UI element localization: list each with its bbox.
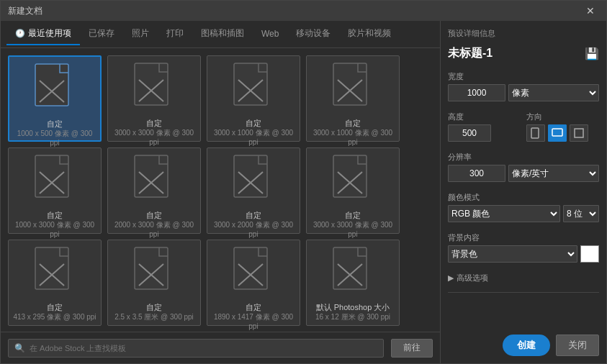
- svg-rect-24: [35, 247, 68, 289]
- svg-rect-21: [333, 155, 367, 197]
- bg-content-select[interactable]: 背景色: [448, 245, 577, 263]
- doc-icon: [231, 62, 276, 114]
- tab-photo[interactable]: 照片: [123, 23, 158, 45]
- title-bar: 新建文档 ✕: [1, 1, 606, 21]
- doc-sublabel: 1890 x 1417 像素 @ 300 ppi: [210, 312, 297, 331]
- svg-rect-15: [135, 155, 168, 197]
- tab-film[interactable]: 胶片和视频: [339, 23, 400, 45]
- resolution-field-row: 分辨率 像素/英寸: [448, 152, 599, 182]
- document-item[interactable]: 默认 Photoshop 大小16 x 12 厘米 @ 300 ppi: [306, 240, 400, 326]
- doc-label: 自定: [47, 119, 63, 129]
- doc-sublabel: 413 x 295 像素 @ 300 ppi: [13, 312, 96, 322]
- window-title: 新建文档: [8, 5, 42, 17]
- doc-label: 自定: [246, 118, 261, 128]
- doc-label: 默认 Photoshop 大小: [316, 302, 390, 312]
- chevron-right-icon: ▶: [448, 273, 454, 283]
- close-button[interactable]: 关闭: [556, 335, 599, 356]
- doc-label: 自定: [47, 210, 63, 220]
- doc-label: 自定: [47, 302, 63, 312]
- tabs-bar: 🕐最近使用项 已保存 照片 打印 图稿和插图 Web 移动设备 胶片和视频: [1, 21, 440, 48]
- svg-rect-36: [531, 128, 539, 138]
- tab-mobile[interactable]: 移动设备: [287, 23, 339, 45]
- bg-color-swatch[interactable]: [580, 245, 599, 263]
- direction-field-row: 方向: [526, 112, 599, 142]
- doc-sublabel: 3000 x 1000 像素 @ 300 ppi: [210, 128, 297, 147]
- svg-rect-18: [234, 155, 267, 197]
- doc-icon: [32, 246, 77, 298]
- prev-button[interactable]: 前往: [391, 339, 433, 358]
- doc-icon: [231, 246, 276, 298]
- svg-rect-27: [135, 247, 168, 289]
- tab-artboard[interactable]: 图稿和插图: [192, 23, 253, 45]
- doc-icon: [32, 63, 77, 114]
- document-item[interactable]: 自定3000 x 2000 像素 @ 300 ppi: [207, 147, 300, 234]
- doc-sublabel: 3000 x 2000 像素 @ 300 ppi: [210, 220, 297, 239]
- svg-rect-0: [35, 64, 68, 106]
- window-close-button[interactable]: ✕: [582, 4, 599, 18]
- resolution-unit-select[interactable]: 像素/英寸: [508, 165, 599, 182]
- svg-rect-37: [552, 129, 562, 136]
- svg-rect-33: [333, 247, 367, 289]
- document-item[interactable]: 自定3000 x 3000 像素 @ 300 ppi: [306, 147, 400, 234]
- document-item[interactable]: 自定2000 x 3000 像素 @ 300 ppi: [107, 147, 201, 234]
- doc-icon: [132, 62, 176, 114]
- document-item[interactable]: 自定3000 x 1000 像素 @ 300 ppi: [306, 55, 400, 142]
- create-button[interactable]: 创建: [503, 335, 550, 356]
- tab-web[interactable]: Web: [253, 24, 287, 45]
- svg-rect-30: [234, 247, 267, 289]
- grid-row: 自定1000 x 3000 像素 @ 300 ppi 自定2000 x 3000…: [8, 147, 433, 234]
- landscape-button[interactable]: [548, 124, 567, 142]
- document-item[interactable]: 自定3000 x 3000 像素 @ 300 ppi: [107, 55, 201, 142]
- tab-saved[interactable]: 已保存: [80, 23, 123, 45]
- height-field-row: 高度: [448, 112, 521, 142]
- bit-depth-select[interactable]: 8 位: [563, 205, 599, 222]
- doc-icon: [331, 62, 375, 114]
- tab-print[interactable]: 打印: [158, 23, 192, 45]
- grid-row: 自定413 x 295 像素 @ 300 ppi 自定2.5 x 3.5 厘米 …: [8, 240, 433, 326]
- document-item[interactable]: 自定413 x 295 像素 @ 300 ppi: [8, 240, 102, 326]
- doc-sublabel: 2.5 x 3.5 厘米 @ 300 ppi: [114, 312, 194, 322]
- panel-buttons: 创建 关闭: [448, 329, 599, 356]
- doc-label: 自定: [146, 210, 162, 220]
- doc-label: 自定: [146, 118, 162, 128]
- doc-icon: [132, 246, 176, 298]
- left-panel: 🕐最近使用项 已保存 照片 打印 图稿和插图 Web 移动设备 胶片和视频 自定…: [1, 21, 441, 363]
- panel-section-title: 预设详细信息: [448, 28, 599, 39]
- bottom-bar: 🔍 前往: [1, 332, 440, 363]
- save-preset-icon[interactable]: 💾: [585, 47, 599, 61]
- resolution-input[interactable]: [448, 165, 505, 182]
- document-item[interactable]: 自定1890 x 1417 像素 @ 300 ppi: [207, 240, 300, 326]
- doc-sublabel: 2000 x 3000 像素 @ 300 ppi: [111, 220, 197, 239]
- doc-icon: [132, 154, 176, 206]
- svg-rect-9: [333, 63, 367, 105]
- color-mode-select[interactable]: RGB 颜色: [448, 205, 560, 222]
- document-item[interactable]: 自定2.5 x 3.5 厘米 @ 300 ppi: [107, 240, 201, 326]
- advanced-options-row[interactable]: ▶ 高级选项: [448, 273, 599, 283]
- document-item[interactable]: 自定1000 x 500 像素 @ 300 ppi: [8, 55, 102, 142]
- width-input[interactable]: [448, 84, 505, 101]
- tab-recent[interactable]: 🕐最近使用项: [6, 23, 80, 45]
- doc-sublabel: 1000 x 500 像素 @ 300 ppi: [12, 129, 97, 147]
- doc-label: 自定: [246, 302, 261, 312]
- search-input[interactable]: [30, 344, 377, 352]
- search-icon: 🔍: [14, 343, 25, 353]
- main-content: 🕐最近使用项 已保存 照片 打印 图稿和插图 Web 移动设备 胶片和视频 自定…: [1, 21, 606, 363]
- new-document-window: 新建文档 ✕ 🕐最近使用项 已保存 照片 打印 图稿和插图 Web 移动设备 胶…: [0, 0, 607, 364]
- portrait-button[interactable]: [526, 124, 545, 142]
- width-unit-select[interactable]: 像素: [508, 84, 599, 101]
- doc-sublabel: 3000 x 1000 像素 @ 300 ppi: [310, 128, 396, 147]
- doc-sublabel: 3000 x 3000 像素 @ 300 ppi: [111, 128, 197, 147]
- document-item[interactable]: 自定3000 x 1000 像素 @ 300 ppi: [207, 55, 300, 142]
- preset-title: 未标题-1 💾: [448, 46, 599, 61]
- artboard-button[interactable]: [570, 124, 588, 142]
- height-input[interactable]: [448, 124, 491, 142]
- width-field-row: 宽度 像素: [448, 71, 599, 101]
- document-item[interactable]: 自定1000 x 3000 像素 @ 300 ppi: [8, 147, 102, 234]
- doc-label: 自定: [345, 210, 361, 220]
- doc-label: 自定: [246, 210, 261, 220]
- right-panel: 预设详细信息 未标题-1 💾 宽度 像素 高度: [441, 21, 606, 363]
- doc-icon: [32, 154, 77, 206]
- svg-rect-6: [234, 63, 267, 105]
- color-mode-field-row: 颜色模式 RGB 颜色 8 位: [448, 192, 599, 222]
- divider: [448, 292, 599, 293]
